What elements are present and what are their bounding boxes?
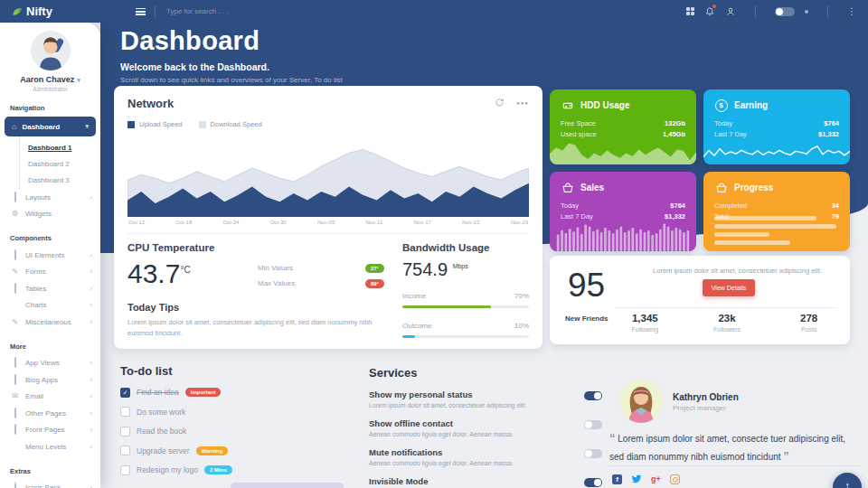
scroll-to-top-button[interactable]: ↑: [833, 473, 862, 488]
offline-contact-toggle[interactable]: [584, 420, 602, 429]
todo-checkbox[interactable]: ✓: [120, 465, 130, 475]
min-value-badge: 27°: [365, 264, 384, 273]
todo-item[interactable]: ✓ Find an idea Important: [120, 388, 360, 398]
profile-divider: [609, 465, 861, 466]
sales-card[interactable]: Sales Today$764 Last 7 Day$1,332: [550, 172, 696, 251]
x-axis-label: Oct-12: [128, 220, 145, 225]
cpu-title: CPU Temperature: [127, 242, 384, 253]
outcome-row: Outcome10%: [402, 322, 529, 330]
todo-checkbox[interactable]: ✓: [120, 446, 130, 455]
social-links: f g+: [612, 474, 680, 484]
bandwidth-usage-section: Bandwidth Usage 754.9 Mbps Income70% Out…: [402, 242, 529, 338]
topbar-divider: [827, 5, 828, 17]
sidebar-item-other-pages[interactable]: Other Pages ›: [0, 405, 100, 422]
theme-toggle-switch[interactable]: [775, 7, 795, 16]
overflow-menu-icon[interactable]: ⋮: [847, 7, 856, 16]
more-section-label: More: [10, 343, 100, 351]
personal-status-toggle[interactable]: [584, 391, 602, 400]
instagram-icon[interactable]: [670, 474, 680, 484]
todo-item[interactable]: ✓ Read the book: [120, 427, 360, 436]
sidebar-item-charts[interactable]: Charts ›: [0, 297, 100, 314]
caret-down-icon: ▾: [77, 77, 80, 83]
view-details-button[interactable]: View Details: [703, 279, 755, 296]
sidebar-item-widgets[interactable]: ⚙ Widgets: [0, 206, 100, 223]
todo-checkbox[interactable]: ✓: [120, 427, 130, 436]
user-name[interactable]: Aaron Chavez▾: [0, 75, 100, 84]
sidebar-subitem-dashboard-1[interactable]: Dashboard 1: [20, 139, 100, 155]
card-divider: [127, 233, 529, 234]
notifications-bell-icon[interactable]: [704, 6, 715, 17]
progress-bar: [714, 240, 790, 245]
app-views-icon: [11, 359, 19, 367]
todo-item[interactable]: ✓ Do some work: [120, 407, 360, 417]
chevron-right-icon: ›: [90, 193, 92, 202]
sidebar-item-menu-levels[interactable]: Menu Levels ›: [0, 438, 100, 455]
sidebar-item-dashboard[interactable]: ⌂ Dashboard ▾: [5, 117, 96, 136]
chevron-right-icon: ›: [90, 426, 92, 434]
main-content: Dashboard Welcome back to the Dashboard.…: [100, 23, 868, 488]
bandwidth-title: Bandwidth Usage: [402, 242, 529, 253]
following-stat: 1,345Following: [604, 313, 686, 333]
quote-close-icon: ”: [783, 449, 789, 463]
refresh-icon[interactable]: [495, 98, 505, 108]
ui-elements-icon: [11, 251, 19, 259]
service-item-invisible-mode: Invisible Mode: [369, 476, 606, 486]
sidebar-item-tables[interactable]: Tables ›: [0, 280, 100, 297]
profile-avatar[interactable]: [619, 380, 663, 423]
max-values-row: Max Values 89°: [258, 276, 384, 291]
invisible-mode-toggle[interactable]: [584, 478, 602, 487]
sidebar-item-forms[interactable]: ✎ Forms ›: [0, 264, 100, 281]
hero-subtitle-line1: Scroll down to see quick links and overv…: [120, 76, 343, 84]
twitter-icon[interactable]: [631, 474, 642, 484]
nifty-logo[interactable]: Nifty: [0, 5, 112, 18]
outcome-progress-bar: [402, 335, 529, 338]
chevron-right-icon: ›: [90, 318, 92, 326]
apps-grid-icon[interactable]: [686, 7, 694, 15]
todo-checkbox[interactable]: ✓: [120, 407, 130, 417]
cpu-temperature-section: CPU Temperature 43.7°C Min Values 27° Ma…: [127, 242, 402, 338]
new-friends-count: 95: [568, 267, 605, 305]
miscellaneous-pencil-icon: ✎: [11, 318, 19, 326]
user-account-icon[interactable]: [725, 6, 736, 17]
sidebar-item-miscellaneous[interactable]: ✎ Miscellaneous ›: [0, 314, 100, 331]
sidebar-subitem-dashboard-2[interactable]: Dashboard 2: [20, 155, 100, 172]
sidebar-item-app-views[interactable]: App Views ›: [0, 355, 100, 372]
todo-checkbox[interactable]: ✓: [120, 388, 130, 398]
hamburger-menu-icon[interactable]: [136, 8, 146, 15]
service-item-offline-contact: Show offline contact Aenean commodo ligu…: [369, 418, 606, 437]
forms-pencil-icon: ✎: [11, 267, 19, 276]
progress-card-title: Progress: [734, 183, 773, 192]
network-area-chart[interactable]: [127, 133, 529, 217]
sidebar-item-email[interactable]: ✉ Email ›: [0, 389, 100, 406]
chevron-right-icon: ›: [90, 359, 92, 367]
toggle-knob: [776, 8, 783, 15]
sidebar-item-layouts[interactable]: Layouts ›: [0, 189, 100, 206]
sales-week-row: Last 7 Day$1,332: [561, 211, 685, 222]
max-value-badge: 89°: [365, 279, 384, 288]
hdd-disk-icon: [561, 99, 574, 112]
search-input[interactable]: [165, 6, 322, 16]
user-avatar[interactable]: [31, 31, 71, 70]
profile-role: Project manager: [673, 404, 726, 412]
google-plus-icon[interactable]: g+: [651, 474, 661, 483]
earning-card[interactable]: $ Earning Today$764 Last 7 Day$1,332: [703, 89, 850, 164]
cpu-temperature-value: 43.7°C: [127, 260, 191, 291]
card-menu-icon[interactable]: ●●●: [516, 100, 529, 106]
layouts-icon: [11, 193, 19, 202]
hdd-usage-card[interactable]: HDD Usage Free Space132Gb Used space1,45…: [550, 89, 696, 164]
sidebar-subitem-dashboard-3[interactable]: Dashboard 3: [20, 172, 100, 188]
mute-notifications-toggle[interactable]: [584, 449, 602, 458]
widgets-gear-icon: ⚙: [11, 210, 19, 218]
todo-item[interactable]: ✓ Upgrade server Warning: [120, 446, 360, 455]
tables-icon: [11, 285, 19, 293]
todo-item[interactable]: ✓ Redesign my logo 2 Mins: [120, 465, 360, 475]
sidebar-item-ui-elements[interactable]: UI Elements ›: [0, 247, 100, 264]
profile-quote: “ Lorem ipsum dolor sit amet, consecte t…: [609, 429, 861, 465]
progress-card[interactable]: Progress Completed34 Total79: [703, 172, 850, 251]
progress-bars-chart: [714, 212, 839, 245]
service-item-personal-status: Show my personal status Lorem ipsum dolo…: [369, 389, 606, 408]
sidebar-item-icons-pack[interactable]: Icons Pack ›: [0, 480, 100, 488]
sidebar-item-blog-apps[interactable]: Blog Apps ›: [0, 371, 100, 389]
sidebar-item-front-pages[interactable]: Front Pages ›: [0, 422, 100, 439]
facebook-icon[interactable]: f: [612, 474, 622, 484]
